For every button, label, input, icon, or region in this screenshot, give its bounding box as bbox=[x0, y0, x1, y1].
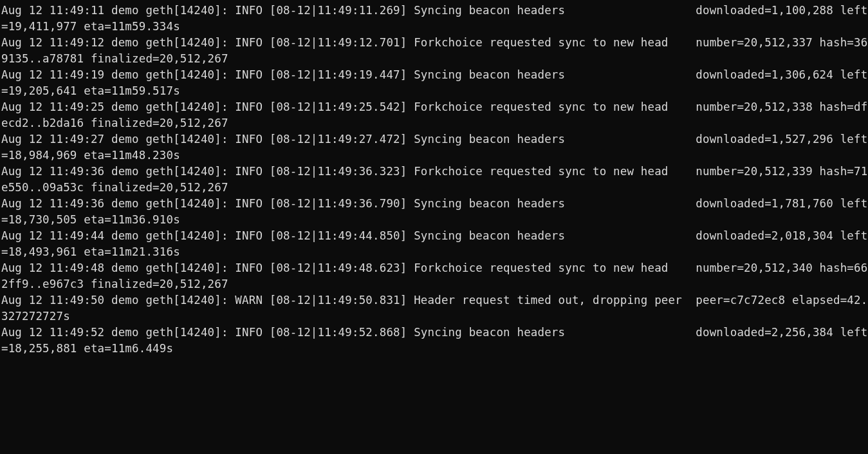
log-line: Aug 12 11:49:36 demo geth[14240]: INFO [… bbox=[1, 197, 867, 226]
log-line: Aug 12 11:49:27 demo geth[14240]: INFO [… bbox=[1, 133, 867, 162]
log-line: Aug 12 11:49:50 demo geth[14240]: WARN [… bbox=[1, 294, 867, 323]
log-line: Aug 12 11:49:11 demo geth[14240]: INFO [… bbox=[1, 4, 867, 33]
terminal-output[interactable]: Aug 12 11:49:11 demo geth[14240]: INFO [… bbox=[0, 0, 868, 357]
log-line: Aug 12 11:49:12 demo geth[14240]: INFO [… bbox=[1, 36, 867, 65]
log-line: Aug 12 11:49:52 demo geth[14240]: INFO [… bbox=[1, 326, 867, 355]
log-line: Aug 12 11:49:44 demo geth[14240]: INFO [… bbox=[1, 229, 867, 258]
log-line: Aug 12 11:49:36 demo geth[14240]: INFO [… bbox=[1, 165, 867, 194]
log-line: Aug 12 11:49:19 demo geth[14240]: INFO [… bbox=[1, 68, 867, 97]
log-line: Aug 12 11:49:48 demo geth[14240]: INFO [… bbox=[1, 261, 867, 290]
log-line: Aug 12 11:49:25 demo geth[14240]: INFO [… bbox=[1, 100, 867, 129]
